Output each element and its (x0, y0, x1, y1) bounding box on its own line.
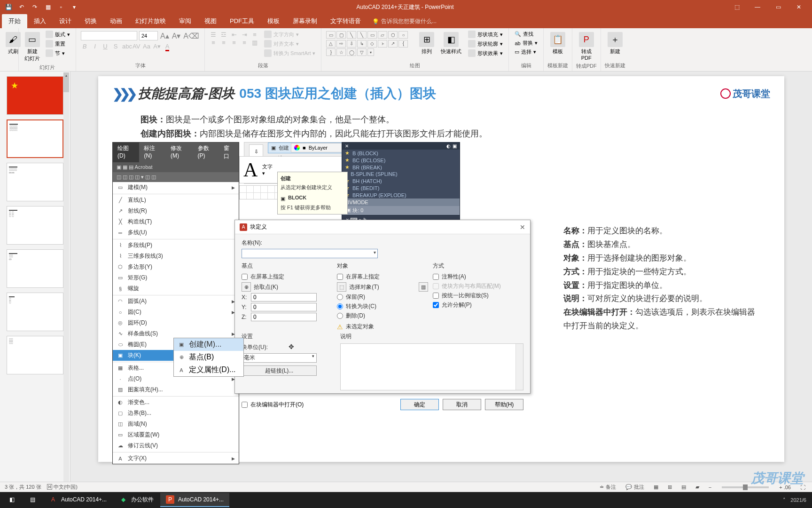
font-combo[interactable] (81, 31, 137, 40)
task-taskview[interactable]: ▤ (23, 493, 42, 507)
save-icon[interactable]: 💾 (4, 2, 13, 12)
tray-date[interactable]: 2021/6 (790, 497, 806, 503)
view-slideshow-icon[interactable]: ▰ (694, 484, 701, 490)
hyperlink-button[interactable]: 超链接(L)... (242, 365, 317, 376)
notes-button[interactable]: ≐ 备注 (598, 484, 618, 491)
bold-icon[interactable]: B (81, 43, 88, 50)
tell-me[interactable]: 💡 告诉我您想要做什么... (367, 15, 441, 28)
linespace-icon[interactable]: ≡ (251, 31, 258, 38)
tab-insert[interactable]: 插入 (27, 14, 53, 28)
indent-inc-icon[interactable]: ⇥ (241, 31, 248, 38)
tab-review[interactable]: 审阅 (172, 14, 198, 28)
view-reading-icon[interactable]: ▤ (679, 484, 688, 490)
maximize-icon[interactable]: ▭ (769, 0, 788, 14)
shape-fill[interactable]: 形状填充 ▾ (466, 30, 505, 39)
align-left-icon[interactable]: ≡ (210, 39, 217, 46)
help-button[interactable]: 帮助(H) (485, 399, 523, 410)
quick-select-button[interactable]: ▥ (419, 282, 428, 292)
task-ppt[interactable]: PAutoCAD 2014+... (160, 493, 229, 507)
clear-fmt-icon[interactable]: A⌫ (182, 30, 201, 42)
block-name-input[interactable] (242, 249, 378, 258)
slideshow-icon[interactable]: ▦ (43, 2, 53, 12)
delete-radio[interactable] (337, 313, 343, 319)
font-color-icon[interactable]: A (164, 43, 171, 50)
select-obj-button[interactable]: ⬚ (337, 282, 346, 292)
tab-animations[interactable]: 动画 (103, 14, 129, 28)
tab-pdftools[interactable]: PDF工具 (223, 14, 261, 28)
ribbon-options-icon[interactable]: ⬚ (727, 0, 746, 14)
qa-more-icon[interactable]: ▾ (70, 2, 79, 12)
dialog-close-icon[interactable]: ✕ (520, 223, 525, 231)
bullets-icon[interactable]: ☰ (210, 31, 217, 38)
slide-thumbnails[interactable]: ▬▬▬░░░░░░░░ ▬▬▬░░░░▭▭ ▬▬▬░ ░░ ░ ▬▬▬░░▭ ▬… (0, 71, 70, 492)
base-x-input[interactable] (251, 293, 317, 302)
unit-select[interactable]: 毫米▾ (242, 353, 317, 363)
task-office[interactable]: ◆办公软件 (113, 493, 159, 507)
tab-design[interactable]: 设计 (53, 14, 78, 28)
justify-icon[interactable]: ≡ (241, 39, 248, 46)
comments-button[interactable]: 💬 批注 (624, 484, 646, 491)
minimize-icon[interactable]: ― (748, 0, 767, 14)
redo-icon[interactable]: ↷ (30, 2, 39, 12)
tab-home[interactable]: 开始 (2, 14, 27, 28)
italic-icon[interactable]: I (91, 43, 99, 50)
quicknew-button[interactable]: ＋新建 (605, 30, 625, 57)
thumbnail-2[interactable]: ▬▬▬░░░░░░░░ (7, 119, 63, 158)
tab-tts[interactable]: 文字转语音 (324, 14, 367, 28)
blank-doc-icon[interactable]: ▫ (56, 2, 66, 12)
onscreen-obj-check[interactable] (337, 274, 343, 280)
close-icon[interactable]: ✕ (789, 0, 808, 14)
onscreen-base-check[interactable] (242, 274, 248, 280)
description-textarea[interactable] (340, 343, 523, 390)
numbering-icon[interactable]: ☲ (220, 31, 227, 38)
grow-font-icon[interactable]: A▴ (159, 30, 171, 42)
align-center-icon[interactable]: ≡ (220, 39, 227, 46)
shapes-gallery[interactable]: ▭▢╲╲▭▱⬡ ○△⇨⇩↳◇᚛ ↗{}☆◯▽▾ (325, 30, 414, 57)
lang-indicator[interactable]: 🅆 中文(中国) (47, 484, 78, 491)
strike-icon[interactable]: S (112, 43, 119, 50)
task-start[interactable]: ◧ (2, 493, 22, 507)
thumbnail-5[interactable]: ▬▬▬░░▭ (7, 249, 63, 288)
columns-icon[interactable]: ▥ (251, 39, 258, 46)
thumbnail-3[interactable]: ▬▬▬░░░░▭▭ (7, 163, 63, 201)
select-button[interactable]: ▭ 选择 ▾ (513, 48, 539, 56)
to-smartart[interactable]: 转换为 SmartArt ▾ (262, 49, 317, 57)
view-normal-icon[interactable]: ▦ (652, 484, 660, 490)
shape-effect[interactable]: 形状效果 ▾ (466, 49, 505, 57)
ok-button[interactable]: 确定 (400, 399, 439, 410)
undo-icon[interactable]: ↶ (17, 2, 26, 12)
tab-template[interactable]: 模板 (261, 14, 286, 28)
task-autocad[interactable]: AAutoCAD 2014+... (43, 493, 112, 507)
zoom-out-icon[interactable]: − (707, 484, 713, 490)
tray-up-icon[interactable]: ˄ (783, 497, 786, 503)
thumbnail-7[interactable]: ░░░░ (7, 336, 63, 374)
replace-button[interactable]: ab 替换 ▾ (513, 39, 539, 47)
tab-record[interactable]: 屏幕录制 (286, 14, 324, 28)
case-icon[interactable]: Aa (143, 43, 150, 50)
spacing-icon[interactable]: AV (133, 43, 140, 50)
shadow-icon[interactable]: abc (122, 43, 130, 50)
base-z-input[interactable] (251, 313, 317, 321)
find-button[interactable]: 🔍 查找 (513, 30, 539, 38)
align-text[interactable]: 对齐文本 ▾ (262, 40, 317, 48)
align-right-icon[interactable]: ≡ (230, 39, 238, 46)
section-button[interactable]: 节 ▾ (44, 49, 72, 57)
cancel-button[interactable]: 取消 (443, 399, 481, 410)
layout-button[interactable]: 版式 ▾ (44, 30, 72, 39)
convert-radio[interactable] (337, 303, 343, 310)
indent-dec-icon[interactable]: ⇤ (230, 31, 238, 38)
view-sorter-icon[interactable]: ⊞ (666, 484, 674, 490)
thumbnail-1[interactable] (7, 76, 63, 115)
highlight-icon[interactable]: A▾ (153, 43, 161, 50)
annotative-check[interactable] (433, 274, 439, 280)
quickstyle-button[interactable]: ◧快速样式 (439, 30, 463, 57)
new-slide-button[interactable]: ▭新建 幻灯片 (23, 30, 42, 64)
uniform-check[interactable] (433, 293, 439, 299)
text-direction[interactable]: 文字方向 ▾ (262, 30, 317, 39)
tab-transitions[interactable]: 切换 (78, 14, 103, 28)
thumbnail-4[interactable]: ▬▬▬░ ░░ ░ (7, 206, 63, 245)
thumbnail-6[interactable]: ▬▬░░ (7, 293, 63, 331)
font-size-combo[interactable] (139, 31, 158, 40)
name-dropdown-icon[interactable]: ▾ (374, 250, 376, 255)
arrange-button[interactable]: ⊞排列 (417, 30, 436, 57)
